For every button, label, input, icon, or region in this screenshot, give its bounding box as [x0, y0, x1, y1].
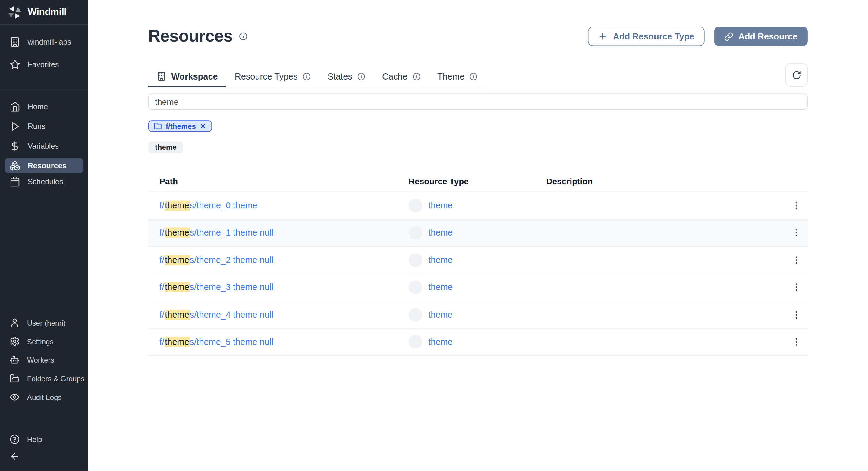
close-icon[interactable] [200, 123, 207, 130]
table-row: f/themes/theme_2 theme null theme [148, 247, 808, 274]
gear-icon [10, 336, 20, 347]
active-tab-indicator [148, 86, 226, 87]
path-prefix: f/ [159, 337, 164, 347]
search-input[interactable] [148, 93, 808, 110]
page-title: Resources [148, 27, 233, 46]
nav-label: Schedules [28, 177, 63, 186]
sidebar-item-resources[interactable]: Resources [4, 158, 84, 173]
page-header: Resources [148, 25, 247, 47]
tab-resource-types[interactable]: Resource Types [226, 66, 319, 87]
tab-states[interactable]: States [319, 66, 374, 87]
path-prefix: f/ [159, 255, 164, 265]
sidebar-item-folders-groups[interactable]: Folders & Groups [0, 371, 88, 386]
play-icon [10, 121, 21, 132]
folder-icon [154, 122, 162, 130]
row-menu-button[interactable] [787, 196, 806, 215]
app-logo[interactable]: Windmill [0, 0, 88, 25]
workspace-name: windmill-labs [28, 37, 71, 46]
robot-icon [10, 355, 20, 365]
sidebar-footer-nav: User (henri) Settings Workers Folders & … [0, 315, 88, 409]
footer-label: Folders & Groups [27, 374, 85, 383]
user-icon [10, 318, 20, 328]
app-root: Windmill windmill-labs Favorites [0, 0, 868, 471]
sidebar-item-settings[interactable]: Settings [0, 334, 88, 349]
add-resource-type-button[interactable]: Add Resource Type [588, 27, 704, 46]
sidebar-item-variables[interactable]: Variables [0, 138, 88, 154]
row-menu-button[interactable] [787, 278, 806, 297]
resource-type-avatar [409, 253, 422, 267]
folder-open-icon [10, 374, 20, 384]
refresh-button[interactable] [785, 63, 808, 87]
sidebar-item-home[interactable]: Home [0, 99, 88, 114]
sidebar-item-audit-logs[interactable]: Audit Logs [0, 390, 88, 405]
folder-filter-chip[interactable]: f/themes [148, 121, 212, 132]
row-menu-button[interactable] [787, 305, 806, 324]
resource-type-link[interactable]: theme [428, 200, 453, 210]
path-suffix: s/theme_3 theme null [190, 282, 273, 292]
sidebar-item-schedules[interactable]: Schedules [0, 173, 88, 189]
calendar-icon [10, 176, 21, 187]
info-icon [470, 72, 477, 80]
sidebar-item-user[interactable]: User (henri) [0, 315, 88, 330]
app-name: Windmill [28, 7, 67, 18]
resource-type-avatar [409, 226, 422, 239]
table-row: f/themes/theme_4 theme null theme [148, 301, 808, 329]
sidebar-collapse-button[interactable] [0, 449, 88, 464]
row-menu-button[interactable] [787, 250, 806, 270]
sidebar-item-workers[interactable]: Workers [0, 352, 88, 367]
tab-workspace[interactable]: Workspace [148, 66, 226, 87]
sidebar-item-favorites[interactable]: Favorites [0, 56, 88, 72]
resource-type-avatar [409, 308, 422, 321]
info-icon [358, 72, 365, 80]
footer-label: Audit Logs [27, 393, 62, 401]
path-prefix: f/ [159, 282, 164, 292]
resource-path-link[interactable]: f/themes/theme_5 theme null [159, 337, 273, 347]
table-row: f/themes/theme_5 theme null theme [148, 329, 808, 356]
path-prefix: f/ [159, 200, 164, 210]
info-icon[interactable] [239, 32, 247, 40]
windmill-logo-icon [7, 5, 22, 20]
building-icon [10, 36, 21, 47]
resource-path-link[interactable]: f/themes/theme_4 theme null [159, 310, 273, 320]
table-row: f/themes/theme_0 theme theme [148, 192, 808, 220]
resource-path-link[interactable]: f/themes/theme_2 theme null [159, 255, 273, 265]
resource-type-link[interactable]: theme [428, 337, 453, 347]
tab-cache[interactable]: Cache [374, 66, 429, 87]
resource-type-link[interactable]: theme [428, 255, 453, 265]
favorites-label: Favorites [28, 60, 59, 68]
path-highlight: theme [164, 282, 190, 293]
add-resource-button[interactable]: Add Resource [714, 27, 808, 46]
plus-icon [598, 32, 608, 41]
sidebar-item-help[interactable]: Help [0, 432, 88, 447]
header-buttons: Add Resource Type Add Resource [588, 27, 807, 46]
sidebar-item-runs[interactable]: Runs [0, 119, 88, 134]
arrow-left-icon [10, 451, 20, 462]
eye-icon [10, 392, 20, 402]
column-header-resource-type: Resource Type [409, 176, 546, 186]
resource-type-link[interactable]: theme [428, 310, 453, 320]
resource-path-link[interactable]: f/themes/theme_3 theme null [159, 282, 273, 293]
sidebar-main-nav: Home Runs Variables Resources [0, 90, 88, 193]
path-suffix: s/theme_1 theme null [190, 228, 273, 237]
resource-type-link[interactable]: theme [428, 282, 453, 293]
tabs: Workspace Resource Types States Cac [148, 66, 486, 87]
main-area: Resources Add Resource Type Add Resourc [88, 0, 868, 471]
dollar-icon [10, 141, 21, 152]
help-label: Help [27, 435, 42, 444]
resource-path-link[interactable]: f/themes/theme_0 theme [159, 200, 257, 210]
info-icon [412, 72, 421, 80]
sidebar-item-workspace[interactable]: windmill-labs [0, 34, 88, 49]
table-row: f/themes/theme_1 theme null theme [148, 219, 808, 247]
sidebar-workspace-group: windmill-labs Favorites [0, 25, 88, 79]
path-suffix: s/theme_0 theme [190, 200, 257, 210]
row-menu-button[interactable] [787, 333, 806, 352]
path-suffix: s/theme_5 theme null [190, 337, 273, 347]
footer-label: User (henri) [27, 318, 66, 327]
home-icon [10, 101, 21, 112]
tab-theme[interactable]: Theme [429, 66, 486, 87]
footer-label: Workers [27, 356, 54, 364]
resource-type-link[interactable]: theme [428, 228, 453, 238]
resource-path-link[interactable]: f/themes/theme_1 theme null [159, 228, 273, 238]
row-menu-button[interactable] [787, 223, 806, 242]
path-suffix: s/theme_4 theme null [190, 310, 273, 319]
